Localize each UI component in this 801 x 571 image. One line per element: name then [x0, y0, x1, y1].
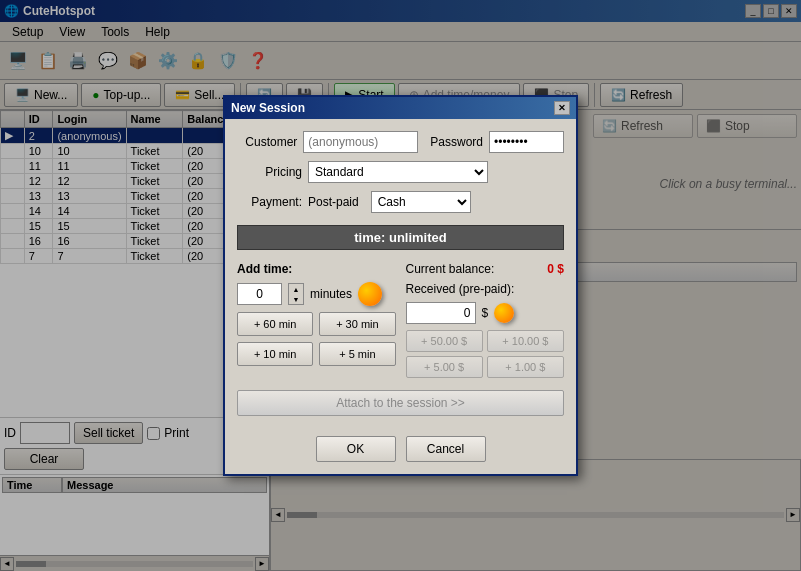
time-spin-up[interactable]: ▲: [289, 284, 303, 294]
plus60-button[interactable]: + 60 min: [237, 312, 313, 336]
plus5d-button[interactable]: + 5.00 $: [406, 356, 483, 378]
current-balance-row: Current balance: 0 $: [406, 262, 565, 276]
time-spin-down[interactable]: ▼: [289, 294, 303, 304]
plus50-button[interactable]: + 50.00 $: [406, 330, 483, 352]
time-display: time: unlimited: [237, 225, 564, 250]
customer-row: Customer Password: [237, 131, 564, 153]
modal-right-col: Current balance: 0 $ Received (pre-paid)…: [406, 262, 565, 378]
customer-label: Customer: [237, 135, 297, 149]
pricing-row: Pricing Standard Premium Basic: [237, 161, 564, 183]
orange-ball-time: [358, 282, 382, 306]
time-spinner-row: ▲ ▼ minutes: [237, 282, 396, 306]
modal-close-button[interactable]: ✕: [554, 101, 570, 115]
time-quick-btns-row1: + 60 min + 30 min: [237, 312, 396, 336]
payment-label: Payment:: [237, 195, 302, 209]
payment-type-select[interactable]: Cash Card Credit: [371, 191, 471, 213]
plus30-button[interactable]: + 30 min: [319, 312, 395, 336]
money-row-2: + 5.00 $ + 1.00 $: [406, 356, 565, 378]
plus10d-button[interactable]: + 10.00 $: [487, 330, 564, 352]
plus1d-button[interactable]: + 1.00 $: [487, 356, 564, 378]
time-spinner-controls: ▲ ▼: [288, 283, 304, 305]
received-input[interactable]: [406, 302, 476, 324]
current-balance-label: Current balance:: [406, 262, 495, 276]
current-balance-value: 0 $: [547, 262, 564, 276]
pricing-label: Pricing: [237, 165, 302, 179]
received-label-row: Received (pre-paid):: [406, 282, 565, 296]
add-time-section: Add time: ▲ ▼ minutes + 60 min + 30 min: [237, 262, 396, 378]
add-time-label: Add time:: [237, 262, 396, 276]
plus10-button[interactable]: + 10 min: [237, 342, 313, 366]
payment-method-text: Post-paid: [308, 195, 359, 209]
modal-two-col: Add time: ▲ ▼ minutes + 60 min + 30 min: [237, 262, 564, 378]
received-label: Received (pre-paid):: [406, 282, 515, 296]
dollar-sign: $: [482, 306, 489, 320]
money-row-1: + 50.00 $ + 10.00 $: [406, 330, 565, 352]
cancel-button[interactable]: Cancel: [406, 436, 486, 462]
modal-overlay: New Session ✕ Customer Password Pricing …: [0, 0, 801, 571]
modal-body: Customer Password Pricing Standard Premi…: [225, 119, 576, 428]
payment-row: Payment: Post-paid Cash Card Credit: [237, 191, 564, 213]
received-input-row: $: [406, 302, 565, 324]
new-session-modal: New Session ✕ Customer Password Pricing …: [223, 95, 578, 476]
customer-input[interactable]: [303, 131, 418, 153]
plus5-button[interactable]: + 5 min: [319, 342, 395, 366]
modal-footer: OK Cancel: [225, 428, 576, 474]
modal-title: New Session: [231, 101, 305, 115]
password-input[interactable]: [489, 131, 564, 153]
time-spinner-input[interactable]: [237, 283, 282, 305]
password-label: Password: [430, 135, 483, 149]
minutes-label: minutes: [310, 287, 352, 301]
attach-button[interactable]: Attach to the session >>: [237, 390, 564, 416]
time-quick-btns-row2: + 10 min + 5 min: [237, 342, 396, 366]
ok-button[interactable]: OK: [316, 436, 396, 462]
pricing-select[interactable]: Standard Premium Basic: [308, 161, 488, 183]
orange-ball-money: [494, 303, 514, 323]
money-quick-btns: + 50.00 $ + 10.00 $ + 5.00 $ + 1.00 $: [406, 330, 565, 378]
modal-title-bar: New Session ✕: [225, 97, 576, 119]
